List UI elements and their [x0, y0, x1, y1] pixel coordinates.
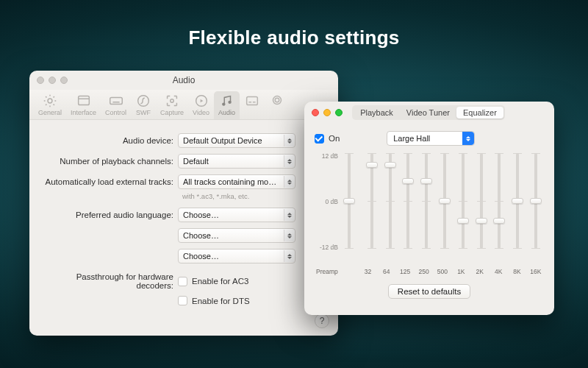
slider-thumb[interactable]	[420, 178, 432, 184]
svg-rect-8	[247, 97, 258, 105]
window-controls[interactable]	[37, 77, 68, 84]
audio-device-popup[interactable]: Default Output Device	[178, 133, 295, 148]
slider-thumb[interactable]	[402, 178, 414, 184]
tab-video[interactable]: Video	[188, 91, 214, 119]
audio-body: Audio device: Default Output Device Numb…	[29, 120, 338, 319]
band-label: 4K	[492, 268, 505, 275]
band-labels: Preamp 32641252505001K2K4K8K16K	[315, 268, 544, 275]
minimize-icon[interactable]	[323, 109, 331, 116]
tab-extra-2[interactable]: .	[265, 91, 290, 119]
band-label: 125	[398, 268, 412, 275]
slider-band-4K[interactable]	[492, 152, 506, 266]
minimize-icon[interactable]	[49, 77, 56, 84]
svg-point-6	[223, 102, 226, 105]
chevron-up-down-icon	[284, 209, 294, 221]
tab-swf[interactable]: SWF	[131, 91, 156, 119]
svg-point-3	[138, 96, 149, 107]
tab-video-tuner[interactable]: Video Tuner	[400, 107, 456, 118]
lang-popup-1[interactable]: Choose…	[178, 208, 295, 222]
tab-capture[interactable]: Capture	[156, 91, 188, 119]
external-tracks-label: Automatically load external tracks:	[40, 177, 178, 186]
svg-point-4	[171, 99, 173, 102]
slider-thumb[interactable]	[384, 162, 396, 168]
band-label: 500	[436, 268, 449, 275]
slider-thumb[interactable]	[457, 218, 469, 224]
db-scale: 12 dB 0 dB -12 dB	[315, 152, 341, 266]
slider-preamp[interactable]	[343, 152, 356, 266]
window-controls[interactable]	[312, 109, 343, 116]
flash-icon	[135, 93, 151, 109]
tab-control[interactable]: Control	[101, 91, 131, 119]
slider-thumb[interactable]	[439, 198, 451, 204]
slider-band-500[interactable]	[438, 152, 451, 266]
lang-popup-3[interactable]: Choose…	[178, 249, 295, 263]
audio-device-label: Audio device:	[40, 136, 178, 145]
window-icon	[76, 93, 92, 109]
slider-band-16K[interactable]	[529, 152, 542, 266]
svg-point-10	[275, 98, 279, 102]
external-tracks-popup[interactable]: All tracks containing mo…	[178, 174, 295, 189]
chevron-up-down-icon	[284, 155, 294, 167]
equalizer-window: Playback Video Tuner Equalizer On Large …	[304, 102, 554, 315]
eq-sliders: 12 dB 0 dB -12 dB	[315, 152, 544, 266]
eq-on-checkbox[interactable]: On	[315, 134, 340, 144]
help-button[interactable]: ?	[315, 314, 329, 328]
checkbox-checked-icon	[315, 134, 324, 144]
svg-rect-1	[78, 96, 89, 105]
slider-thumb[interactable]	[493, 218, 505, 224]
tab-general[interactable]: General	[34, 91, 66, 119]
audio-window-title: Audio	[173, 75, 196, 85]
svg-rect-2	[110, 97, 122, 104]
checkbox-icon	[178, 296, 187, 305]
slider-band-32[interactable]	[365, 152, 379, 266]
channels-label: Number of playback channels:	[40, 157, 178, 166]
slider-band-1K[interactable]	[456, 152, 470, 266]
zoom-icon[interactable]	[335, 109, 343, 116]
chevron-up-down-icon	[462, 132, 474, 145]
chevron-up-down-icon	[284, 135, 294, 146]
preferred-lang-label: Preferred audio language:	[40, 210, 178, 219]
eq-titlebar: Playback Video Tuner Equalizer	[304, 102, 554, 124]
slider-thumb[interactable]	[476, 218, 487, 224]
lang-popup-2[interactable]: Choose…	[178, 228, 295, 243]
chevron-up-down-icon	[284, 176, 294, 188]
eq-tabs: Playback Video Tuner Equalizer	[352, 105, 505, 120]
slider-band-64[interactable]	[384, 152, 397, 266]
svg-point-9	[273, 96, 282, 105]
audio-titlebar: Audio	[29, 71, 338, 90]
slider-band-250[interactable]	[420, 152, 433, 266]
tab-audio[interactable]: Audio	[214, 91, 240, 119]
close-icon[interactable]	[37, 77, 44, 84]
slider-band-8K[interactable]	[511, 152, 524, 266]
eq-body: On Large Hall 12 dB 0 dB -12 dB Preamp 3…	[304, 124, 554, 306]
band-label: 250	[417, 268, 431, 275]
keyboard-icon	[108, 93, 124, 109]
tab-playback[interactable]: Playback	[354, 107, 400, 118]
music-note-icon	[218, 93, 234, 109]
gear-icon	[42, 93, 58, 109]
airplay-icon	[269, 93, 285, 109]
channels-popup[interactable]: Default	[178, 154, 295, 169]
eq-preset-popup[interactable]: Large Hall	[387, 131, 475, 146]
chevron-up-down-icon	[284, 230, 294, 241]
play-circle-icon	[193, 93, 209, 109]
passthrough-label: Passthrough for hardware decoders:	[40, 272, 178, 290]
slider-band-125[interactable]	[401, 152, 415, 266]
slider-thumb[interactable]	[366, 162, 378, 168]
prefs-toolbar: General Interface Control SWF Capture	[29, 90, 338, 120]
slider-thumb[interactable]	[530, 198, 542, 204]
zoom-icon[interactable]	[60, 77, 68, 84]
tab-equalizer[interactable]: Equalizer	[456, 107, 503, 118]
slider-thumb[interactable]	[512, 198, 523, 204]
tab-interface[interactable]: Interface	[66, 91, 101, 119]
subtitles-icon	[244, 93, 260, 109]
chevron-up-down-icon	[284, 250, 294, 262]
slider-band-2K[interactable]	[475, 152, 488, 266]
reset-defaults-button[interactable]: Reset to defaults	[388, 284, 470, 299]
band-label: 64	[380, 268, 393, 275]
band-label: 1K	[454, 268, 467, 275]
audio-prefs-window: Audio General Interface Control SWF	[29, 71, 338, 336]
close-icon[interactable]	[312, 109, 319, 116]
slider-thumb[interactable]	[343, 198, 355, 204]
tab-extra-1[interactable]: .	[240, 91, 265, 119]
